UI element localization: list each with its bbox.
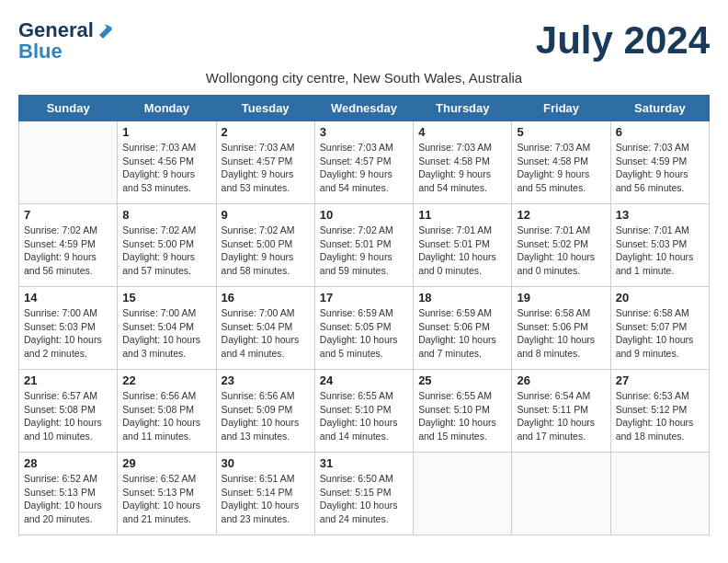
week-row-1: 1Sunrise: 7:03 AM Sunset: 4:56 PM Daylig… (19, 121, 710, 204)
day-number: 19 (517, 291, 605, 304)
day-number: 12 (517, 208, 605, 222)
calendar-cell: 20Sunrise: 6:58 AM Sunset: 5:07 PM Dayli… (610, 287, 709, 370)
calendar-cell: 28Sunrise: 6:52 AM Sunset: 5:13 PM Dayli… (19, 453, 118, 535)
calendar-cell: 25Sunrise: 6:55 AM Sunset: 5:10 PM Dayli… (414, 370, 512, 453)
calendar-cell: 9Sunrise: 7:02 AM Sunset: 5:00 PM Daylig… (216, 204, 314, 287)
calendar-cell: 22Sunrise: 6:56 AM Sunset: 5:08 PM Dayli… (118, 370, 216, 453)
day-number: 6 (616, 125, 704, 139)
day-number: 14 (24, 291, 112, 304)
day-header-saturday: Saturday (610, 96, 709, 121)
calendar-cell: 24Sunrise: 6:55 AM Sunset: 5:10 PM Dayli… (314, 370, 413, 453)
cell-content: Sunrise: 7:03 AM Sunset: 4:59 PM Dayligh… (616, 141, 704, 195)
day-number: 8 (122, 208, 210, 222)
day-number: 24 (320, 373, 408, 387)
cell-content: Sunrise: 7:03 AM Sunset: 4:58 PM Dayligh… (418, 141, 506, 195)
cell-content: Sunrise: 7:00 AM Sunset: 5:03 PM Dayligh… (24, 306, 112, 361)
logo-blue: Blue (18, 42, 63, 61)
day-header-thursday: Thursday (414, 96, 512, 121)
cell-content: Sunrise: 6:56 AM Sunset: 5:08 PM Dayligh… (122, 389, 210, 443)
calendar-cell: 30Sunrise: 6:51 AM Sunset: 5:14 PM Dayli… (216, 453, 314, 535)
calendar-cell: 4Sunrise: 7:03 AM Sunset: 4:58 PM Daylig… (414, 121, 512, 204)
calendar-cell: 2Sunrise: 7:03 AM Sunset: 4:57 PM Daylig… (216, 121, 314, 204)
calendar-cell (610, 453, 709, 535)
calendar-cell: 10Sunrise: 7:02 AM Sunset: 5:01 PM Dayli… (314, 204, 413, 287)
calendar-cell: 19Sunrise: 6:58 AM Sunset: 5:06 PM Dayli… (512, 287, 610, 370)
calendar-table: SundayMondayTuesdayWednesdayThursdayFrid… (18, 95, 710, 535)
calendar-cell: 6Sunrise: 7:03 AM Sunset: 4:59 PM Daylig… (610, 121, 709, 204)
logo-bird-icon (96, 22, 112, 39)
day-number: 29 (122, 456, 210, 470)
cell-content: Sunrise: 6:57 AM Sunset: 5:08 PM Dayligh… (24, 389, 112, 443)
day-number: 22 (122, 373, 210, 387)
cell-content: Sunrise: 7:01 AM Sunset: 5:02 PM Dayligh… (517, 224, 605, 278)
day-number: 11 (418, 208, 506, 222)
cell-content: Sunrise: 6:55 AM Sunset: 5:10 PM Dayligh… (418, 389, 506, 443)
cell-content: Sunrise: 7:03 AM Sunset: 4:56 PM Dayligh… (122, 141, 210, 195)
week-row-3: 14Sunrise: 7:00 AM Sunset: 5:03 PM Dayli… (19, 287, 710, 370)
cell-content: Sunrise: 7:03 AM Sunset: 4:57 PM Dayligh… (320, 141, 408, 195)
calendar-cell: 16Sunrise: 7:00 AM Sunset: 5:04 PM Dayli… (216, 287, 314, 370)
calendar-cell (19, 121, 118, 204)
calendar-cell: 8Sunrise: 7:02 AM Sunset: 5:00 PM Daylig… (118, 204, 216, 287)
day-number: 26 (517, 373, 605, 387)
calendar-cell: 18Sunrise: 6:59 AM Sunset: 5:06 PM Dayli… (414, 287, 512, 370)
day-header-tuesday: Tuesday (216, 96, 314, 121)
calendar-header-row: SundayMondayTuesdayWednesdayThursdayFrid… (19, 96, 710, 121)
cell-content: Sunrise: 7:02 AM Sunset: 4:59 PM Dayligh… (24, 224, 112, 278)
week-row-4: 21Sunrise: 6:57 AM Sunset: 5:08 PM Dayli… (19, 370, 710, 453)
cell-content: Sunrise: 7:01 AM Sunset: 5:03 PM Dayligh… (616, 224, 704, 278)
calendar-cell: 15Sunrise: 7:00 AM Sunset: 5:04 PM Dayli… (118, 287, 216, 370)
cell-content: Sunrise: 6:50 AM Sunset: 5:15 PM Dayligh… (320, 472, 408, 526)
week-row-5: 28Sunrise: 6:52 AM Sunset: 5:13 PM Dayli… (19, 453, 710, 535)
day-number: 16 (222, 291, 310, 304)
calendar-cell: 23Sunrise: 6:56 AM Sunset: 5:09 PM Dayli… (216, 370, 314, 453)
day-number: 1 (122, 125, 210, 139)
day-number: 10 (320, 208, 408, 222)
calendar-cell (414, 453, 512, 535)
cell-content: Sunrise: 6:58 AM Sunset: 5:06 PM Dayligh… (517, 306, 605, 361)
calendar-cell: 27Sunrise: 6:53 AM Sunset: 5:12 PM Dayli… (610, 370, 709, 453)
calendar-cell: 7Sunrise: 7:02 AM Sunset: 4:59 PM Daylig… (19, 204, 118, 287)
calendar-cell: 1Sunrise: 7:03 AM Sunset: 4:56 PM Daylig… (118, 121, 216, 204)
day-number: 21 (24, 373, 112, 387)
cell-content: Sunrise: 7:00 AM Sunset: 5:04 PM Dayligh… (122, 306, 210, 361)
calendar-cell: 3Sunrise: 7:03 AM Sunset: 4:57 PM Daylig… (314, 121, 413, 204)
header: General Blue July 2024 (18, 18, 710, 63)
day-number: 2 (222, 125, 310, 139)
cell-content: Sunrise: 6:59 AM Sunset: 5:05 PM Dayligh… (320, 306, 408, 361)
cell-content: Sunrise: 6:52 AM Sunset: 5:13 PM Dayligh… (24, 472, 112, 526)
calendar-cell: 29Sunrise: 6:52 AM Sunset: 5:13 PM Dayli… (118, 453, 216, 535)
logo: General Blue (18, 18, 112, 61)
cell-content: Sunrise: 6:51 AM Sunset: 5:14 PM Dayligh… (222, 472, 310, 526)
day-number: 15 (122, 291, 210, 304)
day-header-monday: Monday (118, 96, 216, 121)
day-number: 27 (616, 373, 704, 387)
day-number: 25 (418, 373, 506, 387)
day-header-friday: Friday (512, 96, 610, 121)
cell-content: Sunrise: 7:00 AM Sunset: 5:04 PM Dayligh… (222, 306, 310, 361)
calendar-cell (512, 453, 610, 535)
calendar-cell: 26Sunrise: 6:54 AM Sunset: 5:11 PM Dayli… (512, 370, 610, 453)
subtitle: Wollongong city centre, New South Wales,… (18, 70, 710, 86)
calendar-cell: 31Sunrise: 6:50 AM Sunset: 5:15 PM Dayli… (314, 453, 413, 535)
day-number: 31 (320, 456, 408, 470)
calendar-cell: 13Sunrise: 7:01 AM Sunset: 5:03 PM Dayli… (610, 204, 709, 287)
day-number: 4 (418, 125, 506, 139)
week-row-2: 7Sunrise: 7:02 AM Sunset: 4:59 PM Daylig… (19, 204, 710, 287)
day-header-sunday: Sunday (19, 96, 118, 121)
day-number: 9 (222, 208, 310, 222)
calendar-cell: 12Sunrise: 7:01 AM Sunset: 5:02 PM Dayli… (512, 204, 610, 287)
cell-content: Sunrise: 6:55 AM Sunset: 5:10 PM Dayligh… (320, 389, 408, 443)
calendar-cell: 14Sunrise: 7:00 AM Sunset: 5:03 PM Dayli… (19, 287, 118, 370)
cell-content: Sunrise: 6:54 AM Sunset: 5:11 PM Dayligh… (517, 389, 605, 443)
day-number: 5 (517, 125, 605, 139)
day-number: 13 (616, 208, 704, 222)
day-number: 3 (320, 125, 408, 139)
calendar-cell: 21Sunrise: 6:57 AM Sunset: 5:08 PM Dayli… (19, 370, 118, 453)
cell-content: Sunrise: 7:01 AM Sunset: 5:01 PM Dayligh… (418, 224, 506, 278)
day-number: 18 (418, 291, 506, 304)
cell-content: Sunrise: 7:02 AM Sunset: 5:00 PM Dayligh… (122, 224, 210, 278)
day-number: 7 (24, 208, 112, 222)
cell-content: Sunrise: 6:53 AM Sunset: 5:12 PM Dayligh… (616, 389, 704, 443)
month-title: July 2024 (536, 18, 710, 63)
